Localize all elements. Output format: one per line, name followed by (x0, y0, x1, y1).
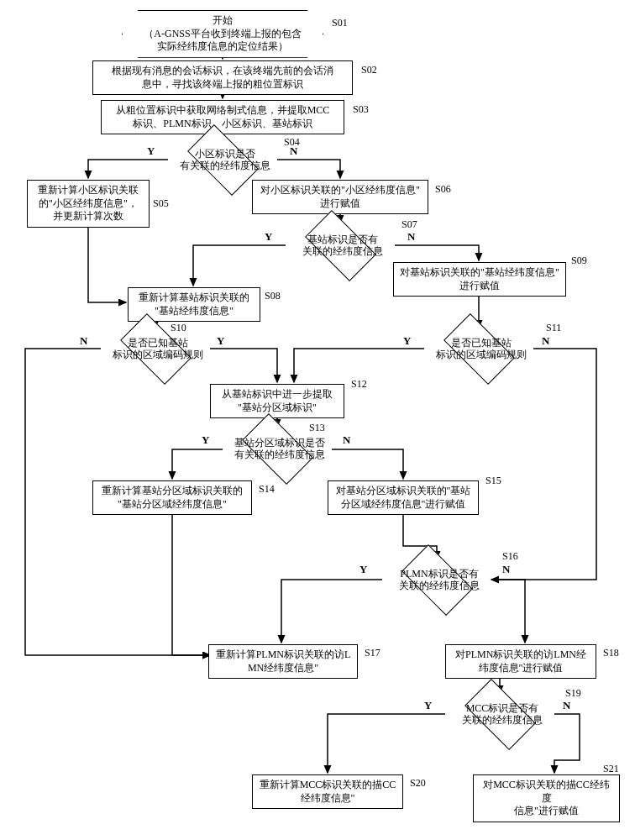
decision-s07-text: 基站标识是否有关联的经纬度信息 (284, 234, 401, 258)
process-s06: 对小区标识关联的"小区经纬度信息"进行赋值 (252, 180, 428, 214)
process-s12: 从基站标识中进一步提取"基站分区域标识" (210, 384, 344, 418)
step-s10: S10 (171, 322, 186, 334)
yn-n: N (563, 699, 570, 712)
process-s09: 对基站标识关联的"基站经纬度信息"进行赋值 (393, 262, 566, 297)
yn-y: Y (403, 334, 411, 348)
step-s19: S19 (565, 687, 581, 700)
yn-n: N (80, 334, 87, 348)
step-s12: S12 (351, 378, 367, 391)
step-s01: S01 (332, 17, 348, 29)
step-s05: S05 (153, 197, 169, 210)
decision-s04-text: 小区标识是否有关联的经纬度信息 (166, 148, 284, 172)
yn-y: Y (359, 563, 367, 576)
yn-y: Y (202, 433, 209, 447)
step-s07: S07 (401, 218, 417, 231)
step-s20: S20 (410, 777, 426, 790)
flowchart: 开始（A-GNSS平台收到终端上报的包含实际经纬度信息的定位结果） S01 根据… (8, 8, 627, 832)
step-s08: S08 (265, 290, 281, 302)
step-s03: S03 (353, 103, 369, 116)
process-s02: 根据现有消息的会话标识，在该终端先前的会话消息中，寻找该终端上报的粗位置标识 (92, 60, 353, 95)
decision-s10-text: 是否已知基站标识的区域编码规则 (99, 337, 217, 361)
yn-y: Y (147, 144, 155, 158)
step-s15: S15 (485, 475, 501, 487)
process-s17: 重新计算PLMN标识关联的访LMN经纬度信息" (208, 644, 358, 679)
process-s15: 对基站分区域标识关联的"基站分区域经纬度信息"进行赋值 (328, 480, 479, 515)
process-s21: 对MCC标识关联的描CC经纬度信息"进行赋值 (473, 774, 620, 822)
yn-n: N (502, 563, 510, 576)
step-s06: S06 (435, 183, 451, 196)
yn-y: Y (217, 334, 224, 348)
step-s16: S16 (502, 550, 518, 563)
yn-y: Y (265, 230, 272, 244)
step-s18: S18 (603, 647, 619, 659)
yn-n: N (407, 230, 415, 244)
yn-n: N (343, 433, 350, 447)
start-node: 开始（A-GNSS平台收到终端上报的包含实际经纬度信息的定位结果） (122, 10, 323, 58)
yn-n: N (290, 144, 297, 158)
process-s05: 重新计算小区标识关联的"小区经纬度信息"，并更新计算次数 (27, 180, 150, 228)
decision-s19-text: MCC标识是否有关联的经纬度信息 (443, 702, 561, 727)
decision-s13-text: 基站分区域标识是否有关联的经纬度信息 (221, 437, 338, 461)
step-s13: S13 (309, 422, 325, 434)
process-s18: 对PLMN标识关联的访LMN经纬度信息"进行赋值 (445, 644, 596, 679)
process-s20: 重新计算MCC标识关联的描CC经纬度信息" (252, 774, 403, 809)
yn-y: Y (424, 699, 432, 712)
step-s21: S21 (603, 763, 619, 775)
decision-s16-text: PLMN标识是否有关联的经纬度信息 (380, 568, 498, 592)
process-s03: 从粗位置标识中获取网络制式信息，并提取MCC标识、PLMN标识、小区标识、基站标… (101, 100, 344, 134)
step-s02: S02 (361, 64, 377, 76)
step-s14: S14 (259, 483, 275, 496)
step-s09: S09 (571, 255, 587, 267)
process-s14: 重新计算基站分区域标识关联的"基站分区域经纬度信息" (92, 480, 252, 515)
yn-n: N (542, 334, 549, 348)
step-s17: S17 (365, 647, 380, 659)
step-s11: S11 (546, 322, 561, 334)
decision-s11-text: 是否已知基站标识的区域编码规则 (422, 337, 540, 361)
